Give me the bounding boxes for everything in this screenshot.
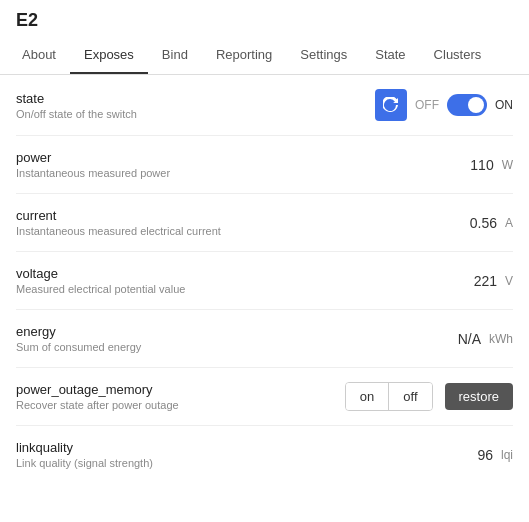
pom-desc: Recover state after power outage bbox=[16, 399, 345, 411]
linkquality-unit: lqi bbox=[501, 448, 513, 462]
content-area: state On/off state of the switch OFF bbox=[0, 75, 529, 483]
power-name: power bbox=[16, 150, 470, 165]
power-desc: Instantaneous measured power bbox=[16, 167, 470, 179]
row-power-outage-memory: power_outage_memory Recover state after … bbox=[16, 368, 513, 426]
tab-about[interactable]: About bbox=[8, 37, 70, 74]
linkquality-label: linkquality Link quality (signal strengt… bbox=[16, 440, 477, 469]
state-desc: On/off state of the switch bbox=[16, 108, 375, 120]
power-value: 110 bbox=[470, 157, 493, 173]
tab-clusters[interactable]: Clusters bbox=[420, 37, 496, 74]
energy-desc: Sum of consumed energy bbox=[16, 341, 458, 353]
page: E2 About Exposes Bind Reporting Settings… bbox=[0, 0, 529, 522]
energy-label: energy Sum of consumed energy bbox=[16, 324, 458, 353]
on-label: ON bbox=[495, 98, 513, 112]
state-control: OFF ON bbox=[375, 89, 513, 121]
tab-bar: About Exposes Bind Reporting Settings St… bbox=[0, 37, 529, 75]
page-title: E2 bbox=[0, 0, 529, 37]
refresh-button[interactable] bbox=[375, 89, 407, 121]
energy-value: N/A bbox=[458, 331, 481, 347]
state-name: state bbox=[16, 91, 375, 106]
current-desc: Instantaneous measured electrical curren… bbox=[16, 225, 470, 237]
row-power: power Instantaneous measured power 110 W bbox=[16, 136, 513, 194]
toggle-group: OFF ON bbox=[415, 94, 513, 116]
current-control: 0.56 A bbox=[470, 215, 513, 231]
linkquality-value: 96 bbox=[477, 447, 493, 463]
pom-on-button[interactable]: on bbox=[346, 383, 389, 410]
current-value: 0.56 bbox=[470, 215, 497, 231]
energy-unit: kWh bbox=[489, 332, 513, 346]
power-label: power Instantaneous measured power bbox=[16, 150, 470, 179]
row-energy: energy Sum of consumed energy N/A kWh bbox=[16, 310, 513, 368]
voltage-name: voltage bbox=[16, 266, 474, 281]
linkquality-control: 96 lqi bbox=[477, 447, 513, 463]
tab-bind[interactable]: Bind bbox=[148, 37, 202, 74]
pom-btn-group: on off bbox=[345, 382, 433, 411]
row-current: current Instantaneous measured electrica… bbox=[16, 194, 513, 252]
power-control: 110 W bbox=[470, 157, 513, 173]
state-label: state On/off state of the switch bbox=[16, 91, 375, 120]
energy-control: N/A kWh bbox=[458, 331, 513, 347]
row-linkquality: linkquality Link quality (signal strengt… bbox=[16, 426, 513, 483]
state-toggle[interactable] bbox=[447, 94, 487, 116]
voltage-label: voltage Measured electrical potential va… bbox=[16, 266, 474, 295]
toggle-thumb bbox=[468, 97, 484, 113]
pom-control: on off restore bbox=[345, 382, 513, 411]
pom-name: power_outage_memory bbox=[16, 382, 345, 397]
row-state: state On/off state of the switch OFF bbox=[16, 75, 513, 136]
pom-off-button[interactable]: off bbox=[389, 383, 431, 410]
pom-restore-button[interactable]: restore bbox=[445, 383, 513, 410]
refresh-icon bbox=[383, 97, 399, 113]
linkquality-name: linkquality bbox=[16, 440, 477, 455]
pom-label: power_outage_memory Recover state after … bbox=[16, 382, 345, 411]
current-label: current Instantaneous measured electrica… bbox=[16, 208, 470, 237]
energy-name: energy bbox=[16, 324, 458, 339]
current-unit: A bbox=[505, 216, 513, 230]
voltage-desc: Measured electrical potential value bbox=[16, 283, 474, 295]
current-name: current bbox=[16, 208, 470, 223]
linkquality-desc: Link quality (signal strength) bbox=[16, 457, 477, 469]
tab-reporting[interactable]: Reporting bbox=[202, 37, 286, 74]
tab-exposes[interactable]: Exposes bbox=[70, 37, 148, 74]
tab-state[interactable]: State bbox=[361, 37, 419, 74]
voltage-unit: V bbox=[505, 274, 513, 288]
voltage-control: 221 V bbox=[474, 273, 513, 289]
tab-settings[interactable]: Settings bbox=[286, 37, 361, 74]
row-voltage: voltage Measured electrical potential va… bbox=[16, 252, 513, 310]
voltage-value: 221 bbox=[474, 273, 497, 289]
toggle-track bbox=[447, 94, 487, 116]
off-label: OFF bbox=[415, 98, 439, 112]
power-unit: W bbox=[502, 158, 513, 172]
